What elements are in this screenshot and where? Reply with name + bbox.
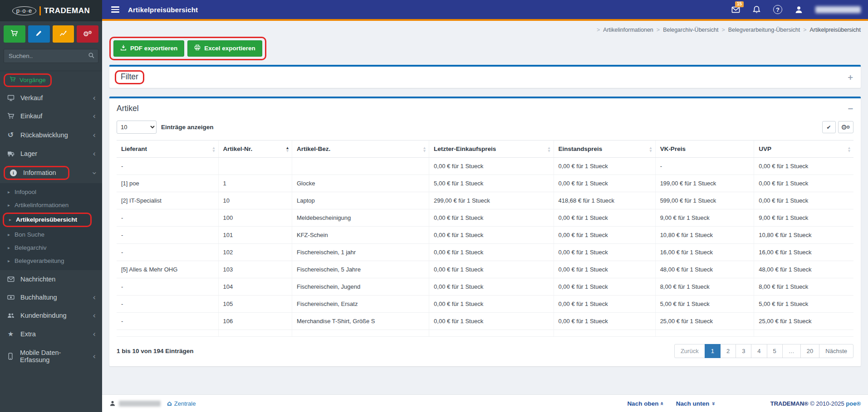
column-settings-button[interactable]: ⚙⚙ xyxy=(838,121,853,133)
breadcrumb-separator: > xyxy=(721,27,725,33)
table-controls: 10 Einträge anzeigen ✔ ⚙⚙ xyxy=(109,119,861,135)
column-header-einstandspreis[interactable]: Einstandspreis▴▾ xyxy=(554,141,655,158)
sidebar-item-rueckabwicklung[interactable]: ↺Rückabwicklung‹ xyxy=(0,125,102,145)
table-cell: - xyxy=(117,227,218,244)
breadcrumb-item-belegarchiv-uebersicht[interactable]: Belegarchiv-Übersicht xyxy=(663,27,718,33)
chevron-down-double-icon: « xyxy=(710,402,716,405)
app-logo[interactable]: p·o·e TRADEMAN xyxy=(0,0,102,21)
table-row[interactable]: -0,00 € für 1 Stueck0,00 € für 1 Stueck-… xyxy=(117,158,853,175)
truck-icon xyxy=(6,150,15,157)
pdf-export-button[interactable]: PDF exportieren xyxy=(113,40,184,57)
pagination-page-5[interactable]: 5 xyxy=(767,344,783,358)
zentrale-link[interactable]: ⌂ Zentrale xyxy=(167,399,196,407)
pagination-next-button[interactable]: Nächste xyxy=(819,344,853,358)
edit-quick-button[interactable] xyxy=(28,25,50,43)
pagination-page-1[interactable]: 1 xyxy=(705,344,721,358)
scroll-top-link[interactable]: Nach oben « xyxy=(627,400,664,407)
user-icon[interactable] xyxy=(794,5,803,14)
table-row[interactable]: -106Merchandise T-Shirt, Größe S0,00 € f… xyxy=(117,313,853,330)
menu-toggle-icon[interactable] xyxy=(110,5,120,15)
quick-buttons: ⚙⚙ xyxy=(0,21,102,46)
notifications-bell-icon[interactable] xyxy=(752,5,761,14)
table-row[interactable]: [1] poe1Glocke5,00 € für 1 Stueck0,00 € … xyxy=(117,175,853,192)
sidebar-item-belegverarbeitung[interactable]: ▸Belegverarbeitung xyxy=(0,254,102,267)
table-row[interactable]: -105Fischereischein, Ersatz0,00 € für 1 … xyxy=(117,296,853,313)
collapse-minus-icon[interactable]: − xyxy=(848,104,853,113)
column-header-label: Einstandspreis xyxy=(559,145,603,152)
page-size-select[interactable]: 10 xyxy=(117,121,157,134)
breadcrumb-item-artikelinformationen[interactable]: Artikelinformationen xyxy=(603,27,653,33)
help-icon[interactable]: ? xyxy=(773,5,782,14)
sidebar-item-kundenbindung[interactable]: Kundenbindung‹ xyxy=(0,306,102,325)
pdf-export-label: PDF exportieren xyxy=(130,45,177,52)
sidebar-item-artikelpreisuebersicht[interactable]: ▸Artikelpreisübersicht xyxy=(0,212,102,228)
filter-panel: Filter + xyxy=(109,65,861,88)
sidebar-item-information[interactable]: iInformation‹ xyxy=(0,163,102,183)
table-row[interactable]: -104Fischereischein, Jugend0,00 € für 1 … xyxy=(117,278,853,296)
table-row[interactable]: -101KFZ-Schein0,00 € für 1 Stueck0,00 € … xyxy=(117,227,853,244)
sidebar-item-buchhaltung[interactable]: Buchhaltung‹ xyxy=(0,288,102,306)
excel-export-button[interactable]: Excel exportieren xyxy=(187,40,262,57)
table-row[interactable]: [5] Alles & Mehr OHG103Fischereischein, … xyxy=(117,261,853,278)
table-cell: 48,00 € für 1 Stueck xyxy=(754,261,853,278)
sidebar-item-belegarchiv[interactable]: ▸Belegarchiv xyxy=(0,241,102,254)
pagination-page-4[interactable]: 4 xyxy=(751,344,767,358)
chevron-up-double-icon: « xyxy=(659,402,666,405)
pagination-page-3[interactable]: 3 xyxy=(736,344,751,358)
search-icon[interactable] xyxy=(88,52,95,60)
sidebar-item-mobile-daten-erfassung[interactable]: Mobile Daten-Erfassung‹ xyxy=(0,344,102,369)
scroll-top-label: Nach oben xyxy=(627,400,658,407)
footer-user-name-blurred xyxy=(119,401,161,407)
expand-plus-icon[interactable]: + xyxy=(848,73,853,82)
sidebar-item-extra[interactable]: ★Extra‹ xyxy=(0,325,102,344)
chevron-left-icon: ‹ xyxy=(93,151,96,156)
sort-down-icon: ▾ xyxy=(423,149,426,153)
table-cell: 0,00 € für 1 Stueck xyxy=(754,192,853,209)
messages-icon[interactable]: 15 xyxy=(731,5,740,14)
table-row[interactable]: -100Meldebescheinigung0,00 € für 1 Stuec… xyxy=(117,209,853,227)
breadcrumb-separator: > xyxy=(657,27,660,33)
column-header-lieferant[interactable]: Lieferant▴▾ xyxy=(117,141,218,158)
user-name-blurred[interactable] xyxy=(815,6,861,13)
topbar: Artikelpreisübersicht 15 ? xyxy=(102,0,868,21)
table-cell: 0,00 € für 1 Stueck xyxy=(754,175,853,192)
sidebar-item-lager[interactable]: Lager‹ xyxy=(0,145,102,163)
artikel-panel-title: Artikel xyxy=(117,104,139,113)
column-header-vk-preis[interactable]: VK-Preis xyxy=(655,141,754,158)
search-input[interactable] xyxy=(4,49,98,63)
table-cell: 8,00 € für 1 Stueck xyxy=(655,278,754,296)
table-cell: Merchandise T-Shirt, Größe S xyxy=(292,313,429,330)
chevron-left-icon: ‹ xyxy=(93,313,96,318)
table-cell: 105 xyxy=(218,296,292,313)
table-cell: 48,00 € für 1 Stueck xyxy=(655,261,754,278)
column-header-letzter-einkaufspreis[interactable]: Letzter-Einkaufspreis▴▾ xyxy=(429,141,554,158)
sidebar-item-infopool[interactable]: ▸Infopool xyxy=(0,185,102,199)
stats-quick-button[interactable] xyxy=(53,25,74,43)
sidebar-item-nachrichten[interactable]: Nachrichten xyxy=(0,270,102,288)
cart-quick-button[interactable] xyxy=(4,25,25,43)
pagination-page-2[interactable]: 2 xyxy=(720,344,736,358)
column-header-artikel-bez[interactable]: Artikel-Bez.▴▾ xyxy=(292,141,429,158)
table-row[interactable]: -102Fischereischein, 1 jahr0,00 € für 1 … xyxy=(117,244,853,261)
check-button[interactable]: ✔ xyxy=(822,121,836,133)
breadcrumb-item-artikelpreisuebersicht[interactable]: Artikelpreisübersicht xyxy=(809,27,861,33)
table-cell: - xyxy=(117,158,218,175)
cart-icon xyxy=(10,76,16,84)
sidebar-item-einkauf[interactable]: Einkauf‹ xyxy=(0,107,102,125)
column-header-artikel-nr[interactable]: Artikel-Nr.▴▾ xyxy=(218,141,292,158)
sidebar-item-label: Rückabwicklung xyxy=(20,131,68,139)
settings-quick-button[interactable]: ⚙⚙ xyxy=(77,25,98,43)
table-row[interactable]: [2] IT-Specialist10Laptop299,00 € für 1 … xyxy=(117,192,853,209)
pagination-prev-button[interactable]: Zurück xyxy=(674,344,705,358)
breadcrumb-item-belegverarbeitung-uebersicht[interactable]: Belegverarbeitung-Übersicht xyxy=(728,27,800,33)
entries-info: 1 bis 10 von 194 Einträgen xyxy=(117,348,194,354)
table-cell: 0,00 € für 1 Stueck xyxy=(554,296,655,313)
pagination-page-20[interactable]: 20 xyxy=(800,344,819,358)
copyright-owner[interactable]: poe® xyxy=(846,400,861,407)
scroll-bottom-link[interactable]: Nach unten « xyxy=(676,400,715,407)
column-header-uvp[interactable]: UVP▴▾ xyxy=(754,141,853,158)
sidebar-item-artikelinformationen[interactable]: ▸Artikelinformationen xyxy=(0,199,102,212)
chevron-left-icon: ‹ xyxy=(93,354,96,359)
sidebar-item-bon-suche[interactable]: ▸Bon Suche xyxy=(0,228,102,241)
sidebar-item-verkauf[interactable]: Verkauf‹ xyxy=(0,89,102,107)
